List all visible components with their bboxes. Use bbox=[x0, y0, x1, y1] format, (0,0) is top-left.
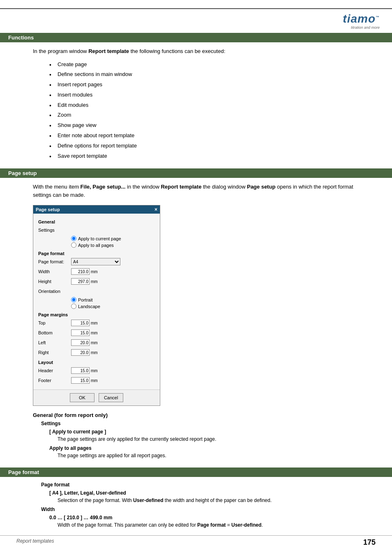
logo-name: tiamo™ bbox=[343, 12, 380, 25]
intro-text-suffix: the following functions can be executed: bbox=[129, 48, 225, 54]
page-setup-intro-p2: in the window bbox=[125, 184, 161, 190]
bottom-input[interactable]: 15.0 bbox=[71, 329, 90, 336]
list-item: Insert report pages bbox=[49, 81, 359, 89]
width-desc: Width of the page format. This parameter… bbox=[33, 521, 359, 529]
footer-left: Report templates bbox=[16, 538, 54, 547]
left-unit: mm bbox=[91, 341, 98, 345]
dialog-height-control: 297.0 mm bbox=[71, 278, 98, 285]
dialog-footer-row: Footer 15.0 mm bbox=[38, 376, 155, 385]
dialog-footer-bar: OK Cancel bbox=[33, 389, 160, 405]
dialog-top-row: Top 15.0 mm bbox=[38, 319, 155, 327]
dialog-pageformat-control: A4 bbox=[71, 258, 120, 265]
page-setup-intro-p1: With the menu item bbox=[33, 184, 81, 190]
page-format-field-title: Page format bbox=[33, 482, 359, 488]
general-subsection: General (for form report only) Settings … bbox=[33, 412, 359, 459]
dialog-page-format-label: Page format bbox=[38, 251, 155, 256]
right-input[interactable]: 20.0 bbox=[71, 349, 90, 356]
page: tiamo™ titration and more Functions In t… bbox=[0, 0, 392, 555]
list-item: Save report template bbox=[49, 152, 359, 161]
dialog-header-label: Header bbox=[38, 368, 71, 373]
a4-desc2: the width and height of the paper can be… bbox=[163, 497, 272, 503]
width-title: Width bbox=[33, 507, 359, 512]
ok-button[interactable]: OK bbox=[70, 393, 95, 402]
dialog-titlebar: Page setup × bbox=[33, 205, 160, 214]
dialog-portrait-row[interactable]: Portrait bbox=[71, 297, 155, 302]
dialog-bottom-row: Bottom 15.0 mm bbox=[38, 329, 155, 337]
top-input[interactable]: 15.0 bbox=[71, 320, 90, 326]
list-item: Enter note about report template bbox=[49, 131, 359, 140]
dialog-width-row: Width 210.0 mm bbox=[38, 267, 155, 276]
functions-section: Functions In the program window Report t… bbox=[0, 33, 392, 160]
user-defined-bold: User-defined bbox=[133, 497, 163, 503]
dialog-height-row: Height 297.0 mm bbox=[38, 277, 155, 286]
dialog-top-label: Top bbox=[38, 320, 71, 325]
list-item: Zoom bbox=[49, 111, 359, 120]
functions-content: In the program window Report template th… bbox=[0, 47, 392, 160]
apply-current-title: [ Apply to current page ] bbox=[33, 429, 359, 435]
list-item: Define sections in main window bbox=[49, 70, 359, 79]
footer-unit: mm bbox=[91, 378, 98, 383]
dialog-landscape-row[interactable]: Landscape bbox=[71, 304, 155, 309]
width-range: 0.0 … [ 210.0 ] … 499.0 mm bbox=[33, 515, 359, 520]
dialog-pageformat-field: Page format: bbox=[38, 259, 71, 264]
dialog-close-button[interactable]: × bbox=[154, 207, 157, 212]
settings-subtitle: Settings bbox=[33, 421, 359, 426]
list-item: Create page bbox=[49, 60, 359, 69]
radio1-label: Apply to current page bbox=[78, 236, 121, 241]
dialog-radio2-row[interactable]: Apply to all pages bbox=[71, 242, 155, 248]
right-unit: mm bbox=[91, 350, 98, 355]
radio2-label: Apply to all pages bbox=[78, 243, 114, 248]
logo-area: tiamo™ titration and more bbox=[343, 12, 380, 30]
dialog-width-label: Width bbox=[38, 269, 71, 274]
logo-subtitle: titration and more bbox=[343, 25, 380, 30]
width-input[interactable]: 210.0 bbox=[71, 268, 90, 275]
left-input[interactable]: 20.0 bbox=[71, 339, 90, 346]
dialog-right-control: 20.0 mm bbox=[71, 349, 98, 356]
page-setup-section: Page setup With the menu item File, Page… bbox=[0, 168, 392, 459]
dialog-left-control: 20.0 mm bbox=[71, 339, 98, 346]
width-desc3: . bbox=[261, 522, 263, 528]
radio-portrait[interactable] bbox=[71, 297, 76, 302]
radio-landscape[interactable] bbox=[71, 304, 76, 309]
page-setup-dialog: Page setup × General Settings Apply to c… bbox=[33, 205, 160, 406]
footer-input[interactable]: 15.0 bbox=[71, 377, 90, 384]
page-format-section: Page format Page format [ A4 ], Letter, … bbox=[0, 467, 392, 529]
dialog-height-label: Height bbox=[38, 279, 71, 284]
dialog-radio1-row[interactable]: Apply to current page bbox=[71, 236, 155, 241]
dialog-orientation-label: Orientation bbox=[38, 289, 71, 294]
report-template-bold: Report template bbox=[161, 184, 201, 190]
logo-tiamo: tiamo™ bbox=[343, 12, 380, 25]
list-item: Edit modules bbox=[49, 101, 359, 110]
file-page-setup-bold: File, Page setup... bbox=[81, 184, 126, 190]
height-input[interactable]: 297.0 bbox=[71, 278, 90, 285]
a4-title: [ A4 ], Letter, Legal, User-defined bbox=[33, 490, 359, 496]
header-input[interactable]: 15.0 bbox=[71, 367, 90, 374]
height-unit: mm bbox=[91, 279, 98, 284]
dialog-pageformat-row: Page format: A4 bbox=[38, 258, 155, 266]
page-format-content: Page format [ A4 ], Letter, Legal, User-… bbox=[0, 482, 392, 529]
page-setup-header: Page setup bbox=[0, 168, 392, 178]
dialog-orientation-row: Orientation bbox=[38, 287, 155, 295]
cancel-button[interactable]: Cancel bbox=[99, 393, 123, 402]
general-subsection-title: General (for form report only) bbox=[33, 412, 359, 418]
footer-right: 175 bbox=[363, 538, 376, 547]
intro-bold: Report template bbox=[88, 48, 129, 54]
width-desc2: = bbox=[226, 522, 231, 528]
top-bar: tiamo™ titration and more bbox=[0, 8, 392, 33]
landscape-label: Landscape bbox=[78, 304, 100, 309]
dialog-title: Page setup bbox=[36, 207, 60, 212]
page-setup-content: With the menu item File, Page setup... i… bbox=[0, 183, 392, 459]
dialog-layout-label: Layout bbox=[38, 360, 155, 365]
apply-current-desc: The page settings are only applied for t… bbox=[33, 435, 359, 443]
dialog-bottom-label: Bottom bbox=[38, 330, 71, 335]
dialog-header-control: 15.0 mm bbox=[71, 367, 98, 374]
page-format-header: Page format bbox=[0, 467, 392, 477]
list-item: Insert modules bbox=[49, 91, 359, 99]
top-unit: mm bbox=[91, 321, 98, 325]
page-format-select[interactable]: A4 bbox=[71, 258, 120, 265]
radio-apply-all[interactable] bbox=[71, 242, 76, 248]
radio-apply-current[interactable] bbox=[71, 236, 76, 241]
apply-all-title: Apply to all pages bbox=[33, 445, 359, 451]
dialog-footer-label: Footer bbox=[38, 378, 71, 383]
functions-list: Create page Define sections in main wind… bbox=[49, 60, 359, 161]
